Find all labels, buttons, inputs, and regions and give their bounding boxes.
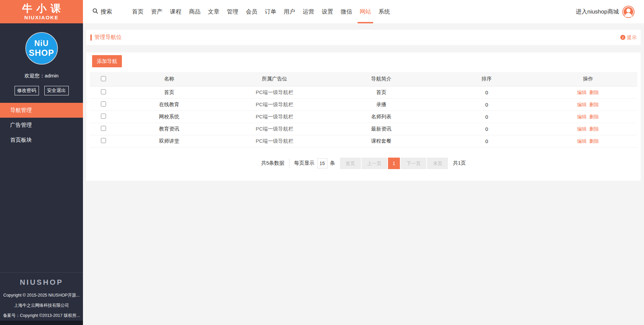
table-row: 首页 PC端一级导航栏 首页 0 编辑删除	[90, 86, 637, 98]
sidebar-item-home-blocks[interactable]: 首页板块	[0, 133, 83, 147]
cell-sort: 0	[435, 98, 539, 111]
next-page-button[interactable]: 下一页	[401, 158, 426, 169]
main-area: 搜索 首页 资产 课程 商品 文章 管理 会员 订单 用户 运营 设置 微信 网…	[83, 0, 644, 325]
sidebar-footer: NIUSHOP Copyright © 2015-2025 NIUSHOP开源.…	[0, 272, 83, 321]
topnav-item-website[interactable]: 网站	[356, 0, 375, 23]
topnav-item-members[interactable]: 会员	[242, 0, 261, 23]
enter-shop-link[interactable]: 进入niushop商城	[576, 8, 619, 16]
per-page-prefix: 每页显示	[294, 160, 315, 166]
tip-control[interactable]: i 提示	[620, 34, 637, 41]
delete-link[interactable]: 删除	[589, 90, 599, 95]
table-row: 双师讲堂 PC端一级导航栏 课程套餐 0 编辑删除	[90, 135, 637, 147]
topnav-item-wechat[interactable]: 微信	[337, 0, 356, 23]
footer-wordmark: NIUSHOP	[0, 278, 83, 287]
title-marker	[90, 34, 92, 41]
pagination-divider	[289, 159, 289, 168]
row-checkbox[interactable]	[101, 138, 106, 143]
header-sort: 排序	[435, 72, 539, 86]
header-ad-position: 所属广告位	[221, 72, 328, 86]
per-page-input[interactable]	[317, 158, 327, 168]
edit-link[interactable]: 编辑	[577, 114, 586, 119]
niushop-badge-top: NiU	[34, 39, 49, 48]
cell-intro: 最新资讯	[328, 123, 434, 135]
user-avatar-icon[interactable]	[622, 6, 635, 18]
delete-link[interactable]: 删除	[589, 102, 599, 107]
cell-ad-position: PC端一级导航栏	[221, 111, 328, 123]
change-password-button[interactable]: 修改密码	[15, 86, 39, 95]
top-navigation: 首页 资产 课程 商品 文章 管理 会员 订单 用户 运营 设置 微信 网站 系…	[128, 0, 394, 23]
first-page-button[interactable]: 首页	[340, 158, 361, 169]
sidebar-item-ad-manage[interactable]: 广告管理	[0, 118, 83, 133]
topbar: 搜索 首页 资产 课程 商品 文章 管理 会员 订单 用户 运营 设置 微信 网…	[83, 0, 644, 23]
edit-link[interactable]: 编辑	[577, 138, 586, 144]
niushop-badge-bottom: SHOP	[29, 48, 54, 58]
info-icon: i	[620, 35, 625, 40]
cell-sort: 0	[435, 86, 539, 98]
niushop-badge: NiU SHOP	[25, 32, 58, 65]
topnav-item-assets[interactable]: 资产	[147, 0, 166, 23]
sidebar-bottom-strip	[0, 321, 83, 325]
table-header-row: 名称 所属广告位 导航简介 排序 操作	[90, 72, 637, 86]
topnav-item-courses[interactable]: 课程	[166, 0, 185, 23]
topnav-item-system[interactable]: 系统	[375, 0, 394, 23]
edit-link[interactable]: 编辑	[577, 126, 586, 132]
topnav-item-manage[interactable]: 管理	[223, 0, 242, 23]
add-nav-button[interactable]: 添加导航	[92, 55, 122, 67]
sidebar-menu: 导航管理 广告管理 首页板块	[0, 103, 83, 147]
brand-logo[interactable]: 牛小课 NIUXIAOKE	[0, 0, 83, 23]
cell-intro: 名师列表	[328, 111, 434, 123]
brand-title-cn: 牛小课	[18, 3, 65, 14]
content-area: 管理导航位 i 提示 添加导航 名称 所属广告位 导航简介 排序 操作	[83, 23, 644, 181]
tip-label: 提示	[627, 34, 637, 41]
topnav-item-home[interactable]: 首页	[128, 0, 147, 23]
sidebar-item-nav-manage[interactable]: 导航管理	[0, 103, 83, 118]
topbar-right: 进入niushop商城	[576, 6, 635, 18]
welcome-text: 欢迎您：admin	[0, 73, 83, 79]
sidebar: 牛小课 NIUXIAOKE NiU SHOP 欢迎您：admin 修改密码 安全…	[0, 0, 83, 325]
search-control[interactable]: 搜索	[92, 8, 112, 16]
cell-name: 在线教育	[117, 98, 221, 111]
total-pages-text: 共1页	[453, 160, 466, 166]
table-row: 教育资讯 PC端一级导航栏 最新资讯 0 编辑删除	[90, 123, 637, 135]
brand-title-en: NIUXIAOKE	[24, 15, 59, 20]
cell-ad-position: PC端一级导航栏	[221, 135, 328, 147]
table-row: 网校系统 PC端一级导航栏 名师列表 0 编辑删除	[90, 111, 637, 123]
cell-sort: 0	[435, 111, 539, 123]
search-label: 搜索	[101, 8, 112, 16]
topnav-item-goods[interactable]: 商品	[185, 0, 204, 23]
header-operations: 操作	[539, 72, 637, 86]
table-row: 在线教育 PC端一级导航栏 录播 0 编辑删除	[90, 98, 637, 111]
pagination: 共5条数据 每页显示 条 首页 上一页 1 下一页 末页 共1页	[90, 158, 637, 169]
nav-table: 名称 所属广告位 导航简介 排序 操作 首页 PC端一级导航栏 首页 0 编辑	[90, 72, 637, 147]
page-title-bar: 管理导航位 i 提示	[86, 30, 641, 45]
last-page-button[interactable]: 末页	[427, 158, 448, 169]
delete-link[interactable]: 删除	[589, 126, 599, 132]
cell-intro: 首页	[328, 86, 434, 98]
page-title: 管理导航位	[94, 34, 122, 41]
topnav-item-settings[interactable]: 设置	[318, 0, 337, 23]
cell-intro: 录播	[328, 98, 434, 111]
header-name: 名称	[117, 72, 221, 86]
edit-link[interactable]: 编辑	[577, 102, 586, 107]
row-checkbox[interactable]	[101, 101, 106, 107]
delete-link[interactable]: 删除	[589, 114, 599, 119]
pager-buttons: 首页 上一页 1 下一页 末页	[340, 158, 448, 169]
cell-sort: 0	[435, 135, 539, 147]
topnav-item-orders[interactable]: 订单	[261, 0, 280, 23]
cell-name: 网校系统	[117, 111, 221, 123]
current-page-button[interactable]: 1	[388, 158, 400, 169]
select-all-checkbox[interactable]	[101, 76, 106, 81]
topnav-item-users[interactable]: 用户	[280, 0, 299, 23]
delete-link[interactable]: 删除	[589, 138, 599, 144]
logout-button[interactable]: 安全退出	[44, 86, 69, 95]
row-checkbox[interactable]	[101, 126, 106, 131]
prev-page-button[interactable]: 上一页	[362, 158, 387, 169]
footer-company-line: 上海牛之云网络科技有限公司	[0, 300, 83, 310]
edit-link[interactable]: 编辑	[577, 90, 586, 95]
row-checkbox[interactable]	[101, 89, 106, 94]
footer-icp-line: 备案号：Copyright ©2013-2017 版权所...	[0, 310, 83, 321]
topnav-item-operations[interactable]: 运营	[299, 0, 318, 23]
topnav-item-articles[interactable]: 文章	[204, 0, 223, 23]
per-page-unit: 条	[330, 160, 335, 166]
row-checkbox[interactable]	[101, 114, 106, 119]
